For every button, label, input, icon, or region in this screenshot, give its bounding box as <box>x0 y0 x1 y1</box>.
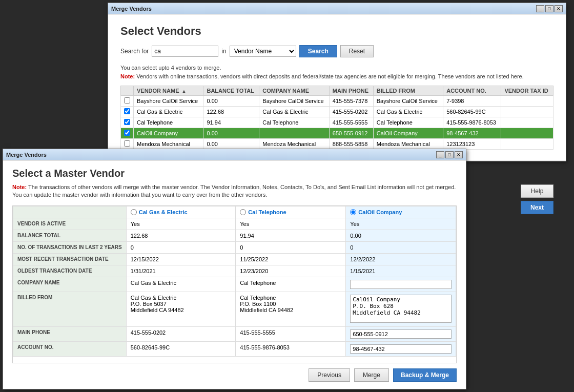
vendor3-radio-label[interactable]: CalOil Company <box>350 209 452 215</box>
search-button[interactable]: Search <box>299 45 337 57</box>
table-row[interactable]: Cal Gas & Electric 122.68 Cal Gas & Elec… <box>121 107 554 117</box>
row-val2: 0 <box>236 241 346 253</box>
minimize-button[interactable]: _ <box>436 151 444 158</box>
balance: 0.00 <box>203 96 259 107</box>
phone: 415-555-5555 <box>329 117 373 128</box>
billed: Mendoza Mechanical <box>373 139 443 150</box>
row-val2: 415-555-9876-8053 <box>236 341 346 356</box>
billed: CalOil Company <box>373 128 443 139</box>
row-label: COMPANY NAME <box>13 277 127 292</box>
billed-from-textarea[interactable]: CalOil Company P.O. Box 628 Middlefield … <box>350 295 452 323</box>
table-row[interactable]: Cal Telephone 91.94 Cal Telephone 415-55… <box>121 117 554 128</box>
row-val1: 1/31/2021 <box>126 265 236 277</box>
vendor3-header[interactable]: CalOil Company <box>346 206 456 218</box>
billed: Cal Telephone <box>373 117 443 128</box>
phone: 415-555-0202 <box>329 107 373 117</box>
table-row: NO. OF TRANSACTIONS IN LAST 2 YEARS 0 0 … <box>13 241 456 253</box>
tax <box>501 96 554 107</box>
vendor-header-row: Cal Gas & Electric Cal Telephone <box>13 206 456 218</box>
row-label: MAIN PHONE <box>13 326 127 341</box>
account: 98-4567-432 <box>443 128 501 139</box>
vendor2-radio[interactable] <box>240 209 246 215</box>
row-checkbox[interactable] <box>124 130 130 136</box>
table-row[interactable]: CalOil Company 0.00 650-555-0912 CalOil … <box>121 128 554 139</box>
label-empty <box>13 206 127 218</box>
master-note: Note: The transactions of other vendors … <box>12 183 457 199</box>
master-table-wrapper[interactable]: Cal Gas & Electric Cal Telephone <box>12 205 457 363</box>
col-account: ACCOUNT NO. <box>443 86 501 96</box>
note-label: Note: <box>12 184 27 190</box>
row-val1: 415-555-0202 <box>126 326 236 341</box>
phone: 650-555-0912 <box>329 128 373 139</box>
maximize-button[interactable]: □ <box>545 5 554 12</box>
table-row[interactable]: Mendoza Mechanical 0.00 Mendoza Mechanic… <box>121 139 554 150</box>
table-row[interactable]: Bayshore CalOil Service 0.00 Bayshore Ca… <box>121 96 554 107</box>
vendor1-header[interactable]: Cal Gas & Electric <box>126 206 236 218</box>
vendor-name: Mendoza Mechanical <box>134 139 203 150</box>
table-row: BALANCE TOTAL 122.68 91.94 0.00 <box>13 230 456 241</box>
row-val3[interactable]: CalOil Company P.O. Box 628 Middlefield … <box>346 292 456 326</box>
search-for-label: Search for <box>120 48 149 55</box>
row-label: BALANCE TOTAL <box>13 230 127 241</box>
row-val2: 91.94 <box>236 230 346 241</box>
row-label: MOST RECENT TRANSACTION DATE <box>13 253 127 265</box>
row-checkbox[interactable] <box>124 97 130 104</box>
next-button[interactable]: Next <box>521 201 554 214</box>
backup-merge-button[interactable]: Backup & Merge <box>393 368 457 382</box>
row-label: VENDOR IS ACTIVE <box>13 218 127 230</box>
row-checkbox[interactable] <box>124 119 130 125</box>
reset-button[interactable]: Reset <box>340 45 374 57</box>
vendor2-radio-label[interactable]: Cal Telephone <box>240 209 341 215</box>
vendor-name: CalOil Company <box>134 128 203 139</box>
company-name-input[interactable] <box>350 280 452 289</box>
row-val1: Yes <box>126 218 236 230</box>
row-val1: 12/15/2022 <box>126 253 236 265</box>
in-label: in <box>221 48 226 55</box>
row-val3[interactable] <box>346 277 456 292</box>
previous-button[interactable]: Previous <box>309 368 350 382</box>
row-val1: 0 <box>126 241 236 253</box>
billed: Bayshore CalOil Service <box>373 96 443 107</box>
billed: Cal Gas & Electric <box>373 107 443 117</box>
row-val2: Cal TelephoneP.O. Box 1100Middlefield CA… <box>236 292 346 326</box>
minimize-button[interactable]: _ <box>536 5 544 12</box>
tax <box>501 107 554 117</box>
row-val3[interactable] <box>346 326 456 341</box>
maximize-button[interactable]: □ <box>445 151 454 158</box>
search-field-dropdown[interactable]: Vendor Name Company Name Account No <box>230 46 296 57</box>
row-checkbox[interactable] <box>124 108 130 114</box>
balance: 0.00 <box>203 139 259 150</box>
vendor1-radio[interactable] <box>131 209 137 215</box>
search-input[interactable] <box>152 46 218 57</box>
row-val3: 12/2/2022 <box>346 253 456 265</box>
table-row: MOST RECENT TRANSACTION DATE 12/15/2022 … <box>13 253 456 265</box>
phone: 888-555-5858 <box>329 139 373 150</box>
row-val3[interactable] <box>346 341 456 356</box>
vendor-name: Cal Telephone <box>134 117 203 128</box>
help-button[interactable]: Help <box>521 184 554 198</box>
close-button[interactable]: ✕ <box>555 5 563 12</box>
row-val2: Cal Telephone <box>236 277 346 292</box>
window2-content: Select a Master Vendor Note: The transac… <box>3 160 466 389</box>
col-balance: BALANCE TOTAL <box>203 86 259 96</box>
row-val1: Cal Gas & ElectricP.O. Box 5037Middlefie… <box>126 292 236 326</box>
main-phone-input[interactable] <box>350 329 452 339</box>
row-val3: 0 <box>346 241 456 253</box>
row-checkbox[interactable] <box>124 140 130 147</box>
row-val1: 560-82645-99C <box>126 341 236 356</box>
page-title: Select Vendors <box>120 25 554 38</box>
close-button[interactable]: ✕ <box>455 151 463 158</box>
row-val2: Yes <box>236 218 346 230</box>
phone: 415-555-7378 <box>329 96 373 107</box>
row-val2: 415-555-5555 <box>236 326 346 341</box>
tax <box>501 139 554 150</box>
merge-button[interactable]: Merge <box>354 368 389 382</box>
vendor2-header[interactable]: Cal Telephone <box>236 206 346 218</box>
company: Cal Gas & Electric <box>259 107 329 117</box>
table-row: VENDOR IS ACTIVE Yes Yes Yes <box>13 218 456 230</box>
vendor3-radio[interactable] <box>350 209 356 215</box>
window2-controls: _ □ ✕ <box>436 151 463 158</box>
window1-titlebar: Merge Vendors _ □ ✕ <box>108 3 566 14</box>
account-no-input[interactable] <box>350 344 452 354</box>
vendor1-radio-label[interactable]: Cal Gas & Electric <box>131 209 232 215</box>
